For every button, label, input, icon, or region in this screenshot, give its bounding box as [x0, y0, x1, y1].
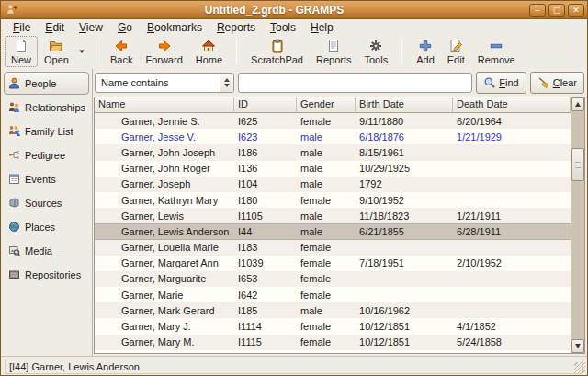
- cell-name: Garner, Margaret Ann: [95, 257, 234, 268]
- column-header-name[interactable]: Name: [95, 97, 234, 113]
- menu-go[interactable]: Go: [110, 20, 140, 35]
- sidebar-item-label: Relationships: [25, 102, 85, 113]
- sidebar-item-label: Pedigree: [25, 150, 65, 161]
- reports-toolbar-button[interactable]: Reports: [310, 36, 358, 67]
- cell-name: Garner, Mark Gerard: [95, 305, 234, 316]
- find-button[interactable]: Find: [476, 72, 526, 94]
- maximize-button[interactable]: ▢: [548, 4, 565, 17]
- table-row[interactable]: Garner, LewisI1105male11/18/18231/21/191…: [95, 208, 571, 223]
- repositories-icon: [7, 268, 20, 280]
- cell-birth-date: 10/29/1925: [356, 163, 453, 174]
- title-bar[interactable]: Untitled_2.grdb - GRAMPS –▢✕: [1, 1, 587, 19]
- resize-grip-icon[interactable]: [574, 362, 585, 373]
- new-document-icon: [14, 39, 28, 53]
- cell-name: Garner, Joseph: [95, 178, 234, 189]
- sidebar-item-family-list[interactable]: Family List: [4, 120, 89, 142]
- find-icon: [483, 76, 496, 89]
- cell-id: I1114: [234, 321, 297, 332]
- cell-birth-date: 6/21/1855: [356, 226, 453, 237]
- gramps-window-icon: [6, 3, 19, 17]
- table-row[interactable]: Garner, Louella MarieI183female: [95, 240, 571, 256]
- sidebar-item-pedigree[interactable]: Pedigree: [4, 143, 89, 166]
- toolbar-button-label: Forward: [145, 54, 182, 65]
- vertical-scrollbar[interactable]: [571, 97, 584, 353]
- cell-name: Garner, Lewis Anderson: [95, 226, 234, 237]
- cell-name: Garner, Maude: [95, 352, 234, 353]
- tools-icon: [368, 39, 383, 53]
- toolbar-button-label: Back: [110, 54, 132, 65]
- scrollbar-thumb[interactable]: [571, 148, 584, 181]
- menu-file[interactable]: File: [6, 20, 38, 35]
- table-row[interactable]: Garner, MarguariteI653female: [95, 271, 571, 287]
- cell-name: Garner, John Joseph: [95, 147, 234, 158]
- combo-spinner-icon[interactable]: [220, 74, 233, 92]
- cell-gender: male: [297, 211, 356, 222]
- search-input[interactable]: [238, 73, 472, 93]
- cell-birth-date: 10/12/1851: [356, 336, 453, 348]
- sidebar-item-relationships[interactable]: Relationships: [4, 96, 89, 119]
- gramps-window: Untitled_2.grdb - GRAMPS –▢✕ FileEditVie…: [0, 0, 588, 376]
- close-button[interactable]: ✕: [568, 4, 584, 17]
- clear-button[interactable]: Clear: [530, 72, 584, 94]
- add-toolbar-button[interactable]: Add: [410, 36, 441, 67]
- table-row[interactable]: Garner, John RogerI136male10/29/1925: [95, 161, 571, 177]
- table-row[interactable]: Garner, Mary M.I1115female10/12/18515/24…: [95, 335, 571, 350]
- cell-id: I183: [234, 242, 297, 253]
- menu-reports[interactable]: Reports: [209, 20, 263, 35]
- back-toolbar-button[interactable]: Back: [104, 36, 139, 67]
- table-row[interactable]: Garner, JosephI104male1792: [95, 177, 571, 192]
- table-row[interactable]: Garner, Jesse V.I623male6/18/18761/21/19…: [95, 129, 571, 144]
- table-row[interactable]: Garner, Lewis AndersonI44male6/21/18556/…: [95, 223, 571, 239]
- new-toolbar-button[interactable]: New: [5, 36, 38, 67]
- cell-death-date: 5/24/1858: [453, 336, 571, 348]
- filter-type-value: Name contains: [96, 77, 220, 88]
- filter-bar: Name contains Find Clear: [94, 69, 585, 97]
- table-body: Garner, Jennie S.I625female9/11/18806/20…: [95, 113, 571, 353]
- add-icon: [418, 39, 433, 53]
- toolbar-separator: [96, 39, 96, 64]
- menu-tools[interactable]: Tools: [263, 20, 303, 35]
- remove-toolbar-button[interactable]: Remove: [471, 36, 522, 67]
- column-header-gender[interactable]: Gender: [297, 97, 356, 113]
- sidebar-item-events[interactable]: Events: [4, 167, 89, 190]
- toolbar-separator: [236, 39, 237, 64]
- table-row[interactable]: Garner, Jennie S.I625female9/11/18806/20…: [95, 113, 571, 129]
- open-dropdown-button[interactable]: [75, 38, 88, 65]
- scratchpad-toolbar-button[interactable]: ScratchPad: [244, 36, 310, 67]
- cell-gender: female: [297, 242, 356, 253]
- menu-bookmarks[interactable]: Bookmarks: [140, 20, 209, 35]
- table-row[interactable]: Garner, Mark GerardI185male10/16/1962: [95, 302, 571, 318]
- table-row[interactable]: Garner, Mary J.I1114female10/12/18514/1/…: [95, 318, 571, 334]
- scroll-down-icon[interactable]: [571, 339, 584, 353]
- places-icon: [7, 221, 20, 233]
- menu-help[interactable]: Help: [303, 20, 341, 35]
- table-row[interactable]: Garner, Kathryn MaryI180female9/10/1952: [95, 192, 571, 208]
- forward-toolbar-button[interactable]: Forward: [139, 36, 188, 67]
- menu-view[interactable]: View: [72, 20, 110, 35]
- column-header-death-date[interactable]: Death Date: [453, 97, 571, 113]
- sidebar-item-people[interactable]: People: [4, 72, 89, 95]
- content-panel: Name contains Find Clear NameIDGenderBir…: [93, 69, 587, 356]
- table-row[interactable]: Garner, John JosephI186male8/15/1961: [95, 144, 571, 160]
- sidebar-item-places[interactable]: Places: [4, 215, 89, 238]
- edit-toolbar-button[interactable]: Edit: [441, 36, 471, 67]
- cell-birth-date: 8/15/1961: [356, 147, 453, 158]
- scroll-up-icon[interactable]: [571, 97, 584, 111]
- sidebar-item-sources[interactable]: Sources: [4, 191, 89, 214]
- toolbar-button-label: New: [11, 54, 31, 65]
- minimize-button[interactable]: –: [529, 4, 546, 17]
- sidebar-item-media[interactable]: Media: [4, 239, 89, 262]
- menu-edit[interactable]: Edit: [38, 20, 72, 35]
- cell-name: Garner, Jennie S.: [95, 116, 234, 127]
- home-toolbar-button[interactable]: Home: [189, 36, 229, 67]
- filter-type-select[interactable]: Name contains: [95, 73, 234, 93]
- sidebar-item-repositories[interactable]: Repositories: [4, 263, 89, 286]
- column-header-id[interactable]: ID: [234, 97, 297, 113]
- open-toolbar-button[interactable]: Open: [38, 36, 75, 67]
- table-row[interactable]: Garner, MaudeI651female: [95, 350, 571, 353]
- home-icon: [201, 39, 216, 53]
- table-row[interactable]: Garner, Margaret AnnI1039female7/18/1951…: [95, 256, 571, 271]
- tools-toolbar-button[interactable]: Tools: [358, 36, 395, 67]
- table-row[interactable]: Garner, MarieI642female: [95, 287, 571, 302]
- column-header-birth-date[interactable]: Birth Date: [356, 97, 453, 113]
